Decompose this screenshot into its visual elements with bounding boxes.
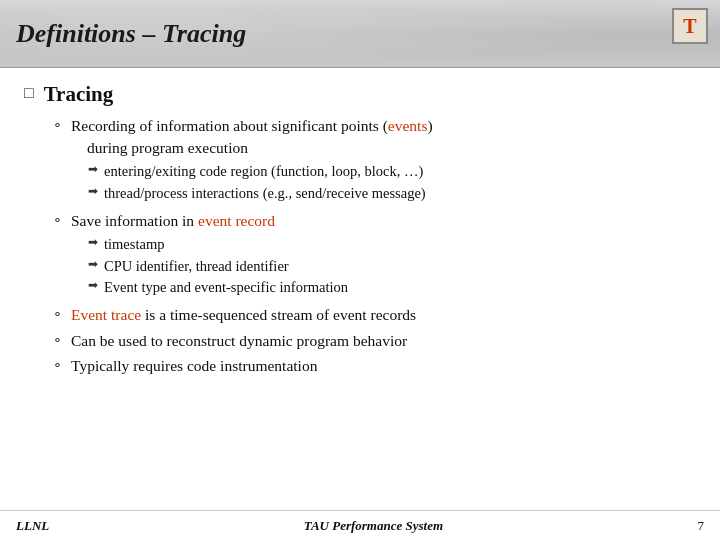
level3-text-4: CPU identifier, thread identifier bbox=[104, 257, 289, 277]
bullet3-icon-1: ➡ bbox=[88, 162, 98, 177]
slide-title: Definitions – Tracing bbox=[16, 19, 246, 49]
footer-center-label: TAU Performance System bbox=[304, 518, 443, 534]
main-topic-label: Tracing bbox=[44, 82, 114, 107]
level2-item-4: ⚬ Can be used to reconstruct dynamic pro… bbox=[52, 330, 696, 352]
level2-text-instrumentation: Typically requires code instrumentation bbox=[71, 355, 317, 377]
bullet2-icon-2: ⚬ bbox=[52, 213, 63, 229]
level2-block-3: ⚬ Event trace is a time-sequenced stream… bbox=[52, 304, 696, 377]
bullet2-icon-1: ⚬ bbox=[52, 118, 63, 134]
header-logo-icon: T bbox=[672, 8, 708, 44]
level3-item-5: ➡ Event type and event-specific informat… bbox=[88, 278, 696, 298]
bullet2-icon-5: ⚬ bbox=[52, 358, 63, 374]
level2-item-1: ⚬ Recording of information about signifi… bbox=[52, 115, 696, 158]
level3-item-1: ➡ entering/exiting code region (function… bbox=[88, 162, 696, 182]
events-highlight: events bbox=[388, 117, 428, 134]
level3-item-4: ➡ CPU identifier, thread identifier bbox=[88, 257, 696, 277]
bullet3-icon-4: ➡ bbox=[88, 257, 98, 272]
level3-item-2: ➡ thread/process interactions (e.g., sen… bbox=[88, 184, 696, 204]
bullet3-icon-2: ➡ bbox=[88, 184, 98, 199]
level3-item-3: ➡ timestamp bbox=[88, 235, 696, 255]
level2-text-event-trace: Event trace is a time-sequenced stream o… bbox=[71, 304, 416, 326]
slide-header: Definitions – Tracing T bbox=[0, 0, 720, 68]
level2-text-1: Recording of information about significa… bbox=[71, 115, 433, 158]
footer-page-number: 7 bbox=[697, 518, 704, 534]
level3-text-3: timestamp bbox=[104, 235, 164, 255]
event-record-highlight: event record bbox=[198, 212, 275, 229]
level3-text-2: thread/process interactions (e.g., send/… bbox=[104, 184, 426, 204]
event-trace-highlight: Event trace bbox=[71, 306, 141, 323]
level2-block-2: ⚬ Save information in event record ➡ tim… bbox=[52, 210, 696, 298]
level2-text-2: Save information in event record bbox=[71, 210, 275, 232]
level2-item-2: ⚬ Save information in event record bbox=[52, 210, 696, 232]
level3-block-2: ➡ timestamp ➡ CPU identifier, thread ide… bbox=[88, 235, 696, 298]
level3-block-1: ➡ entering/exiting code region (function… bbox=[88, 162, 696, 203]
continuation-text: during program execution bbox=[71, 139, 248, 156]
slide-content: □ Tracing ⚬ Recording of information abo… bbox=[0, 68, 720, 393]
level3-text-1: entering/exiting code region (function, … bbox=[104, 162, 423, 182]
level2-item-5: ⚬ Typically requires code instrumentatio… bbox=[52, 355, 696, 377]
level2-block-1: ⚬ Recording of information about signifi… bbox=[52, 115, 696, 204]
bullet2-icon-3: ⚬ bbox=[52, 307, 63, 323]
bullet3-icon-3: ➡ bbox=[88, 235, 98, 250]
level2-text-reconstruct: Can be used to reconstruct dynamic progr… bbox=[71, 330, 407, 352]
footer-left-label: LLNL bbox=[16, 518, 49, 534]
bullet1-icon: □ bbox=[24, 84, 34, 102]
level2-item-3: ⚬ Event trace is a time-sequenced stream… bbox=[52, 304, 696, 326]
bullet3-icon-5: ➡ bbox=[88, 278, 98, 293]
level3-text-5: Event type and event-specific informatio… bbox=[104, 278, 348, 298]
main-topic-item: □ Tracing bbox=[24, 82, 696, 107]
bullet2-icon-4: ⚬ bbox=[52, 333, 63, 349]
slide-footer: LLNL TAU Performance System 7 bbox=[0, 510, 720, 540]
